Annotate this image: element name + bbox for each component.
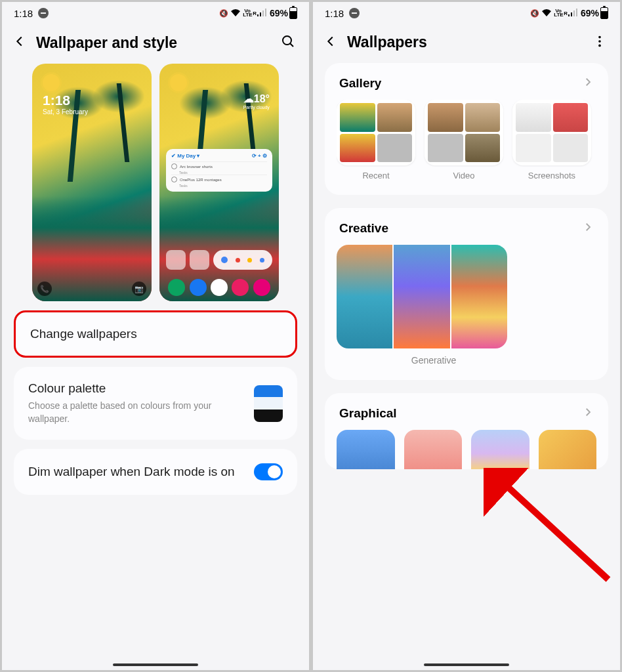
status-bar: 1:18 🔇 Vo LTE R 69% [2,2,309,22]
creative-item-generative[interactable]: Generative [337,245,596,366]
wallpaper-previews: 1:18 Sat, 3 February 📞 📷 ☁18° Partly clo… [2,64,309,301]
svg-rect-9 [576,9,577,16]
graphical-item[interactable] [404,430,463,469]
svg-rect-8 [573,10,575,16]
search-icon[interactable] [280,33,296,52]
gallery-item-video[interactable]: Video [425,100,503,180]
gallery-label: Screenshots [528,171,575,180]
mute-icon: 🔇 [219,9,228,18]
svg-rect-0 [257,14,259,16]
home-screen-preview[interactable]: ☁18° Partly cloudy ✔ My Day ▾⟳ + ⚙ Arc b… [159,64,279,301]
volte-icon: Vo LTE [554,9,563,18]
camera-shortcut-icon: 📷 [132,282,146,296]
status-time: 1:18 [14,8,33,19]
wifi-icon [541,9,552,18]
graphical-section: Graphical [325,393,608,469]
graphical-item[interactable] [471,430,529,469]
svg-rect-7 [571,12,572,16]
svg-point-4 [283,36,291,45]
colour-palette-title: Colour palette [28,381,243,396]
tasks-widget: ✔ My Day ▾⟳ + ⚙ Arc browser shorts Tasks… [166,149,272,192]
battery-icon [600,7,608,19]
creative-section: Creative Generative [325,208,608,380]
gallery-title: Gallery [339,76,381,91]
graphical-item[interactable] [337,430,395,469]
roaming-icon: R [564,10,568,16]
header: Wallpapers [313,22,620,63]
gallery-label: Video [453,171,474,180]
volte-icon: Vo LTE [243,9,252,18]
creative-label: Generative [313,355,596,366]
lock-time: 1:18 [43,93,88,108]
dim-wallpaper-row[interactable]: Dim wallpaper when Dark mode is on [14,449,297,495]
mute-icon: 🔇 [530,9,539,18]
lock-date: Sat, 3 February [43,108,88,116]
chevron-right-icon [582,76,594,91]
gallery-section: Gallery Recent [325,63,608,195]
dnd-icon [38,8,49,18]
change-wallpapers-button[interactable]: Change wallpapers [14,310,297,358]
phone-shortcut-icon: 📞 [37,282,52,296]
back-icon[interactable] [12,34,27,51]
gesture-bar[interactable] [424,663,509,666]
wifi-icon [230,9,241,18]
svg-point-10 [598,35,601,38]
svg-point-11 [598,40,601,43]
graphical-header[interactable]: Graphical [337,406,596,421]
gallery-item-screenshots[interactable]: Screenshots [512,100,591,180]
dnd-icon [349,8,360,18]
colour-palette-sub: Choose a palette based on colours from y… [28,400,243,425]
chevron-right-icon [582,406,594,421]
graphical-title: Graphical [339,406,397,421]
signal-icon [257,9,266,18]
svg-rect-2 [262,10,264,16]
svg-rect-3 [265,9,266,16]
screen-wallpaper-and-style: 1:18 🔇 Vo LTE R 69% Wallpaper and style [2,2,309,670]
page-title: Wallpapers [347,33,583,51]
creative-header[interactable]: Creative [337,221,596,236]
back-icon[interactable] [323,34,338,51]
chevron-right-icon [582,221,594,236]
colour-palette-row[interactable]: Colour palette Choose a palette based on… [14,367,297,440]
creative-title: Creative [339,221,388,236]
palette-swatch [254,385,283,422]
gallery-label: Recent [362,171,389,180]
svg-rect-6 [568,14,570,16]
more-icon[interactable] [592,34,607,51]
gesture-bar[interactable] [113,663,198,666]
svg-rect-1 [260,12,261,16]
header: Wallpaper and style [2,22,309,64]
battery-icon [289,7,297,19]
weather-temp: 18° [254,93,270,104]
graphical-item[interactable] [539,430,597,469]
battery-percent: 69% [270,8,288,18]
svg-line-5 [290,43,293,47]
dim-toggle[interactable] [254,463,283,480]
signal-icon [568,9,577,18]
status-time: 1:18 [325,8,344,19]
change-wallpapers-label: Change wallpapers [30,327,281,341]
dim-label: Dim wallpaper when Dark mode is on [28,464,243,480]
gallery-item-recent[interactable]: Recent [337,100,415,180]
svg-point-12 [598,44,601,47]
screen-wallpapers: 1:18 🔇 Vo LTE R 69% Wallpapers [313,2,620,670]
roaming-icon: R [253,10,257,16]
lock-screen-preview[interactable]: 1:18 Sat, 3 February 📞 📷 [32,64,152,301]
svg-line-13 [500,480,608,579]
annotation-arrow [484,468,615,586]
status-bar: 1:18 🔇 Vo LTE R 69% [313,2,620,22]
gallery-header[interactable]: Gallery [337,76,596,91]
battery-percent: 69% [581,8,599,18]
page-title: Wallpaper and style [36,34,271,52]
